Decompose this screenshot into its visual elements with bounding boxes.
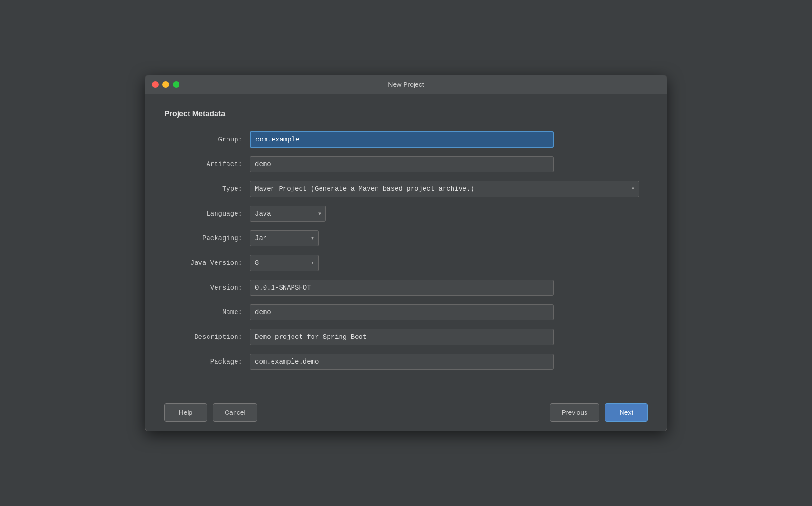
packaging-row: Packaging: Jar War bbox=[164, 230, 648, 246]
group-label: Group: bbox=[164, 136, 250, 143]
version-input[interactable] bbox=[250, 280, 554, 296]
next-button[interactable]: Next bbox=[605, 403, 648, 422]
name-row: Name: bbox=[164, 304, 648, 320]
version-label: Version: bbox=[164, 284, 250, 291]
name-input[interactable] bbox=[250, 304, 554, 320]
java-version-select[interactable]: 8 11 17 21 bbox=[250, 255, 319, 271]
description-label: Description: bbox=[164, 333, 250, 341]
type-label: Type: bbox=[164, 185, 250, 193]
section-title: Project Metadata bbox=[164, 110, 648, 118]
version-row: Version: bbox=[164, 280, 648, 296]
footer-right: Previous Next bbox=[550, 403, 648, 422]
type-row: Type: Maven Project (Generate a Maven ba… bbox=[164, 181, 648, 197]
close-button[interactable] bbox=[152, 81, 159, 88]
type-select[interactable]: Maven Project (Generate a Maven based pr… bbox=[250, 181, 639, 197]
cancel-button[interactable]: Cancel bbox=[213, 403, 257, 422]
language-row: Language: Java Kotlin Groovy bbox=[164, 206, 648, 222]
package-row: Package: bbox=[164, 354, 648, 370]
artifact-label: Artifact: bbox=[164, 160, 250, 168]
language-select-wrapper: Java Kotlin Groovy bbox=[250, 206, 326, 222]
name-label: Name: bbox=[164, 309, 250, 316]
packaging-select-wrapper: Jar War bbox=[250, 230, 319, 246]
minimize-button[interactable] bbox=[162, 81, 169, 88]
artifact-input[interactable] bbox=[250, 156, 554, 172]
window-title: New Project bbox=[388, 81, 424, 88]
description-row: Description: bbox=[164, 329, 648, 345]
title-bar: New Project bbox=[145, 75, 667, 94]
java-version-label: Java Version: bbox=[164, 259, 250, 267]
artifact-row: Artifact: bbox=[164, 156, 648, 172]
package-input[interactable] bbox=[250, 354, 554, 370]
java-version-select-wrapper: 8 11 17 21 bbox=[250, 255, 319, 271]
footer: Help Cancel Previous Next bbox=[145, 394, 667, 431]
group-row: Group: bbox=[164, 131, 648, 148]
packaging-select[interactable]: Jar War bbox=[250, 230, 319, 246]
maximize-button[interactable] bbox=[173, 81, 179, 88]
java-version-row: Java Version: 8 11 17 21 bbox=[164, 255, 648, 271]
language-select[interactable]: Java Kotlin Groovy bbox=[250, 206, 326, 222]
traffic-lights bbox=[152, 81, 179, 88]
language-label: Language: bbox=[164, 210, 250, 217]
help-button[interactable]: Help bbox=[164, 403, 207, 422]
footer-left: Help Cancel bbox=[164, 403, 257, 422]
content-area: Project Metadata Group: Artifact: Type: … bbox=[145, 94, 667, 394]
packaging-label: Packaging: bbox=[164, 234, 250, 242]
previous-button[interactable]: Previous bbox=[550, 403, 599, 422]
group-input[interactable] bbox=[250, 131, 554, 148]
description-input[interactable] bbox=[250, 329, 554, 345]
type-select-wrapper: Maven Project (Generate a Maven based pr… bbox=[250, 181, 639, 197]
package-label: Package: bbox=[164, 358, 250, 365]
new-project-window: New Project Project Metadata Group: Arti… bbox=[145, 75, 667, 431]
